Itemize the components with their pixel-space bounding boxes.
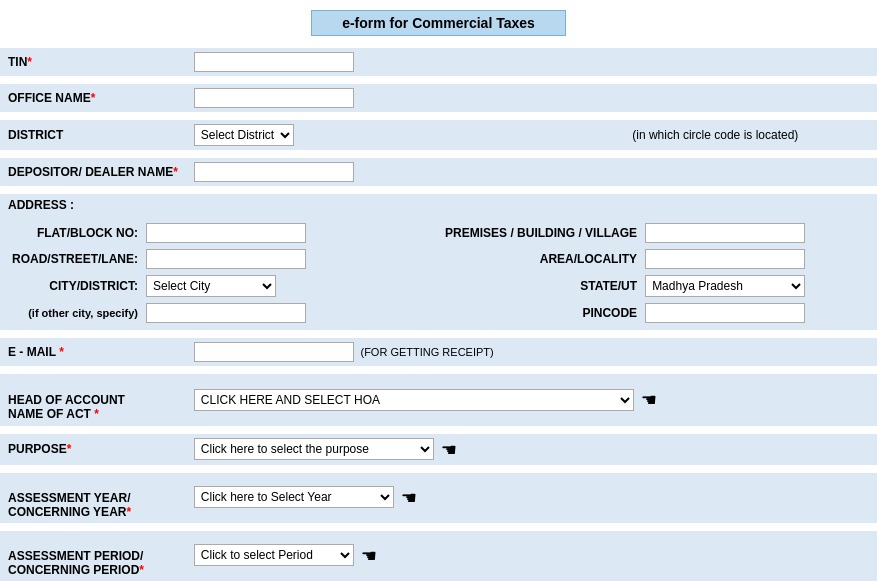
year-finger-icon: ☛ [401,487,417,509]
district-row: DISTRICT Select District (in which circl… [0,120,877,150]
district-note: (in which circle code is located) [624,120,877,150]
email-note: (FOR GETTING RECEIPT) [360,346,493,358]
form-table: TIN* OFFICE NAME* DISTRICT Select Dis [0,48,877,583]
assessment-period-row: ASSESSMENT PERIOD/CONCERNING PERIOD* Cli… [0,531,877,581]
state-label: STATE/UT [370,272,641,300]
tin-input[interactable] [194,52,354,72]
purpose-label: PURPOSE* [0,434,186,465]
road-input[interactable] [146,249,306,269]
area-input[interactable] [645,249,805,269]
flat-label: FLAT/BLOCK NO: [8,220,142,246]
city-select[interactable]: Select City [146,275,276,297]
assessment-year-row: ASSESSMENT YEAR/CONCERNING YEAR* Click h… [0,473,877,523]
page-wrapper: e-form for Commercial Taxes TIN* OFFICE … [0,0,877,583]
address-fields-row: FLAT/BLOCK NO: PREMISES / BUILDING / VIL… [0,216,877,330]
purpose-select[interactable]: Click here to select the purpose [194,438,434,460]
year-select[interactable]: Click here to Select Year [194,486,394,508]
tin-row: TIN* [0,48,877,76]
premises-input[interactable] [645,223,805,243]
email-row: E - MAIL * (FOR GETTING RECEIPT) [0,338,877,366]
page-title: e-form for Commercial Taxes [311,10,566,36]
flat-input[interactable] [146,223,306,243]
title-bar: e-form for Commercial Taxes [0,10,877,36]
depositor-input[interactable] [194,162,354,182]
period-finger-icon: ☛ [361,545,377,567]
office-name-label: OFFICE NAME* [0,84,186,112]
assessment-year-label: ASSESSMENT YEAR/CONCERNING YEAR* [0,473,186,523]
area-label: AREA/LOCALITY [370,246,641,272]
pincode-input[interactable] [645,303,805,323]
hoa-row: HEAD OF ACCOUNTNAME OF ACT * CLICK HERE … [0,374,877,426]
address-label: ADDRESS : [0,194,186,216]
tin-label: TIN* [0,48,186,76]
road-label: ROAD/STREET/LANE: [8,246,142,272]
hoa-label: HEAD OF ACCOUNTNAME OF ACT * [0,374,186,426]
pincode-label: PINCODE [370,300,641,326]
hoa-select[interactable]: CLICK HERE AND SELECT HOA [194,389,634,411]
depositor-label: DEPOSITOR/ DEALER NAME* [0,158,186,186]
period-select[interactable]: Click to select Period [194,544,354,566]
district-select[interactable]: Select District [194,124,294,146]
email-label: E - MAIL * [0,338,186,366]
other-city-input[interactable] [146,303,306,323]
premises-label: PREMISES / BUILDING / VILLAGE [370,220,641,246]
district-label: DISTRICT [0,120,186,150]
assessment-period-label: ASSESSMENT PERIOD/CONCERNING PERIOD* [0,531,186,581]
state-select[interactable]: Madhya Pradesh [645,275,805,297]
depositor-row: DEPOSITOR/ DEALER NAME* [0,158,877,186]
office-name-input[interactable] [194,88,354,108]
purpose-row: PURPOSE* Click here to select the purpos… [0,434,877,465]
other-city-label: (if other city, specify) [8,300,142,326]
email-input[interactable] [194,342,354,362]
city-label: CITY/DISTRICT: [8,272,142,300]
address-inner-table: FLAT/BLOCK NO: PREMISES / BUILDING / VIL… [8,220,869,326]
address-label-row: ADDRESS : [0,194,877,216]
hoa-finger-icon: ☛ [641,389,657,411]
office-name-row: OFFICE NAME* [0,84,877,112]
purpose-finger-icon: ☛ [441,439,457,461]
